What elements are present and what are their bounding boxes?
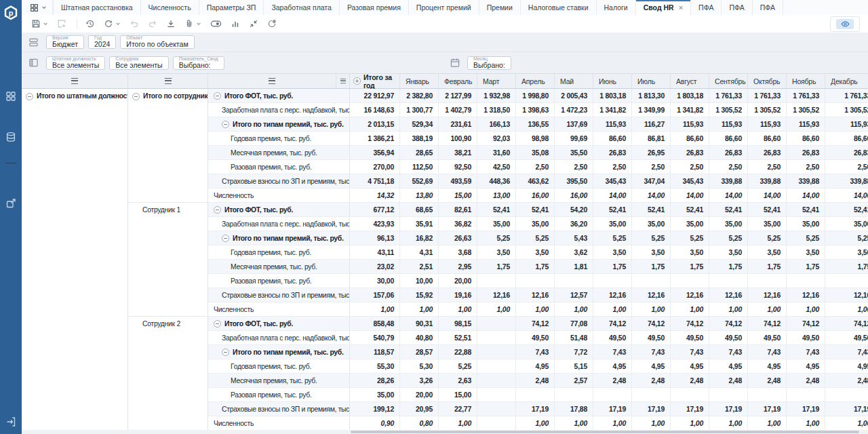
column-menu-icon[interactable] bbox=[340, 79, 346, 83]
month-cell[interactable]: 82,61 bbox=[439, 203, 477, 216]
rows-view-icon[interactable] bbox=[28, 37, 39, 47]
collapse-icon[interactable] bbox=[132, 93, 140, 100]
month-cell[interactable] bbox=[671, 274, 709, 288]
row-label[interactable]: Численность bbox=[208, 189, 350, 202]
row-label[interactable]: Итого ФОТ, тыс. руб. bbox=[208, 89, 350, 102]
month-cell[interactable]: 2,50 bbox=[787, 160, 825, 174]
month-cell[interactable]: 52,41 bbox=[671, 203, 709, 216]
month-cell[interactable]: 49,50 bbox=[825, 331, 868, 344]
month-cell[interactable]: 7,43 bbox=[632, 345, 671, 359]
month-cell[interactable]: 1,00 bbox=[439, 302, 477, 316]
month-cell[interactable]: 1 300,77 bbox=[400, 103, 439, 117]
row-label[interactable]: Итого ФОТ, тыс. руб. bbox=[208, 317, 350, 330]
month-cell[interactable]: 35,00 bbox=[709, 217, 748, 231]
panel-layout-icon[interactable] bbox=[28, 58, 39, 68]
month-cell[interactable]: 1,00 bbox=[787, 302, 825, 316]
month-cell[interactable]: 1 398,63 bbox=[516, 103, 555, 117]
month-cell[interactable]: 90,31 bbox=[400, 317, 439, 330]
column-header-month-9[interactable]: Сентябрь bbox=[709, 74, 748, 88]
year-total-cell[interactable]: 1,00 bbox=[350, 302, 400, 316]
month-cell[interactable] bbox=[593, 388, 632, 401]
month-cell[interactable]: 17,19 bbox=[593, 402, 632, 416]
month-cell[interactable]: 1,75 bbox=[632, 260, 671, 273]
month-cell[interactable]: 115,93 bbox=[787, 117, 825, 131]
month-cell[interactable]: 38,21 bbox=[439, 146, 477, 159]
year-total-cell[interactable]: 423,93 bbox=[350, 217, 400, 231]
filter-chip-1[interactable]: Год2024 bbox=[88, 35, 116, 49]
month-cell[interactable]: 13,80 bbox=[400, 189, 439, 202]
month-cell[interactable]: 35,00 bbox=[477, 217, 516, 231]
month-cell[interactable]: 98,98 bbox=[516, 132, 555, 145]
month-cell[interactable]: 74,12 bbox=[787, 317, 825, 330]
visibility-button[interactable] bbox=[830, 16, 860, 32]
month-cell[interactable]: 7,43 bbox=[593, 345, 632, 359]
month-cell[interactable]: 74,12 bbox=[632, 317, 671, 330]
month-cell[interactable]: 52,51 bbox=[439, 331, 477, 344]
month-cell[interactable]: 2,48 bbox=[632, 374, 671, 387]
month-cell[interactable]: 49,50 bbox=[671, 331, 709, 344]
month-cell[interactable] bbox=[632, 274, 671, 288]
row-label[interactable]: Итого по типам премий, тыс. руб. bbox=[208, 231, 350, 245]
month-cell[interactable]: 35,50 bbox=[555, 146, 593, 159]
month-cell[interactable]: 5,25 bbox=[671, 231, 709, 245]
month-cell[interactable]: 552,69 bbox=[400, 174, 439, 188]
filter-chip-2[interactable]: Показатель_СводВыбрано: bbox=[173, 56, 224, 70]
month-cell[interactable]: 3,50 bbox=[632, 245, 671, 259]
month-cell[interactable]: 86,60 bbox=[787, 132, 825, 145]
month-cell[interactable]: 17,19 bbox=[632, 402, 671, 416]
month-cell[interactable]: 36,20 bbox=[555, 217, 593, 231]
row-label[interactable]: Годовая премия, тыс. руб. bbox=[208, 132, 350, 145]
month-cell[interactable]: 5,25 bbox=[439, 359, 477, 373]
month-cell[interactable]: 14,00 bbox=[671, 189, 709, 202]
month-cell[interactable]: 26,83 bbox=[748, 146, 787, 159]
month-cell[interactable]: 388,19 bbox=[400, 132, 439, 145]
expand-icon[interactable] bbox=[353, 77, 361, 85]
month-cell[interactable]: 26,83 bbox=[787, 146, 825, 159]
month-cell[interactable] bbox=[477, 359, 516, 373]
month-cell[interactable]: 448,36 bbox=[477, 174, 516, 188]
month-cell[interactable]: 2,50 bbox=[748, 160, 787, 174]
month-cell[interactable]: 86,60 bbox=[593, 132, 632, 145]
year-total-cell[interactable]: 35,00 bbox=[350, 388, 400, 401]
attach-button[interactable] bbox=[184, 19, 201, 28]
row-label[interactable]: Месячная премия, тыс. руб. bbox=[208, 374, 350, 387]
column-header-month-2[interactable]: Февраль bbox=[439, 74, 477, 88]
month-cell[interactable]: 136,55 bbox=[516, 117, 555, 131]
year-total-cell[interactable]: 199,12 bbox=[350, 402, 400, 416]
month-cell[interactable] bbox=[825, 388, 868, 401]
month-cell[interactable]: 1,00 bbox=[632, 302, 671, 316]
month-cell[interactable]: 2,50 bbox=[593, 160, 632, 174]
month-cell[interactable]: 5,25 bbox=[709, 231, 748, 245]
column-header-month-3[interactable]: Март bbox=[477, 74, 516, 88]
month-cell[interactable]: 49,50 bbox=[787, 331, 825, 344]
tab-1[interactable]: Численность bbox=[141, 0, 199, 15]
month-filter-chip[interactable]: Месяц Выбрано: bbox=[467, 56, 511, 70]
month-cell[interactable]: 395,50 bbox=[555, 174, 593, 188]
year-total-cell[interactable]: 270,00 bbox=[350, 160, 400, 174]
collapse-icon[interactable] bbox=[26, 93, 33, 100]
month-cell[interactable]: 1 305,52 bbox=[787, 103, 825, 117]
tab-0[interactable]: Штатная расстановка bbox=[53, 0, 141, 15]
month-cell[interactable] bbox=[516, 388, 555, 401]
column-header-month-12[interactable]: Декабрь bbox=[825, 74, 868, 88]
tab-4[interactable]: Разовая премия bbox=[340, 0, 409, 15]
month-cell[interactable]: 1,00 bbox=[400, 302, 439, 316]
month-cell[interactable]: 3,50 bbox=[825, 245, 868, 259]
filter-chip-0[interactable]: Штатная должностьВсе элементы bbox=[46, 56, 105, 70]
column-header-settings[interactable] bbox=[336, 74, 350, 88]
row-label[interactable]: Заработная плата с перс. надбавкой, тыс.… bbox=[208, 331, 350, 344]
month-cell[interactable]: 115,93 bbox=[709, 117, 748, 131]
month-cell[interactable]: 12,16 bbox=[748, 288, 787, 302]
month-cell[interactable]: 5,25 bbox=[748, 231, 787, 245]
month-cell[interactable]: 35,00 bbox=[671, 217, 709, 231]
month-cell[interactable]: 74,12 bbox=[593, 317, 632, 330]
year-total-cell[interactable]: 1 386,21 bbox=[350, 132, 400, 145]
month-cell[interactable]: 12,16 bbox=[632, 288, 671, 302]
month-cell[interactable]: 7,43 bbox=[748, 345, 787, 359]
month-cell[interactable]: 1,00 bbox=[516, 416, 555, 430]
month-cell[interactable]: 14,00 bbox=[632, 189, 671, 202]
month-cell[interactable]: 99,69 bbox=[555, 132, 593, 145]
month-cell[interactable]: 116,27 bbox=[632, 117, 671, 131]
month-cell[interactable]: 22,88 bbox=[439, 345, 477, 359]
month-cell[interactable]: 28,57 bbox=[400, 345, 439, 359]
